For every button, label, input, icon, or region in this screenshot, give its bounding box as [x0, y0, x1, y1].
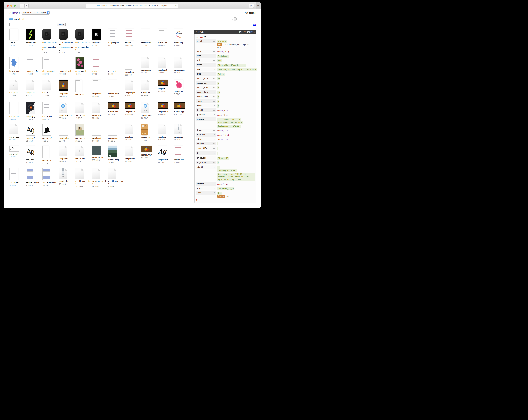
- file-name[interactable]: sample.swf: [158, 136, 173, 138]
- file-item[interactable]: htaccess.txt211.00B: [141, 29, 158, 47]
- inspector-row[interactable]: hdiutil=>: [196, 142, 255, 146]
- file-item[interactable]: sample.xml4.44kB: [174, 145, 191, 164]
- file-name[interactable]: sample.xml: [174, 159, 189, 161]
- file-item[interactable]: sample.ra27.76kB: [125, 124, 141, 141]
- inspector-row[interactable]: passed_total=>73: [196, 90, 255, 95]
- file-thumbnail[interactable]: ♪: [10, 80, 18, 90]
- file-name[interactable]: sample.ai.ps: [174, 69, 189, 71]
- file-item[interactable]: sample.flv296.22kB: [158, 80, 174, 93]
- file-name[interactable]: favicon.ico: [92, 42, 107, 44]
- file-thumbnail[interactable]: [59, 57, 68, 69]
- inspector-row[interactable]: profile=>array(1▶): [196, 182, 255, 186]
- file-thumbnail[interactable]: [108, 57, 117, 69]
- file-name[interactable]: us_ski_areas_.shx: [108, 180, 123, 185]
- file-thumbnail[interactable]: [42, 80, 51, 90]
- file-item[interactable]: sample.amr3.97kB: [26, 80, 42, 96]
- file-item[interactable]: sample.voc32.00kB: [59, 145, 75, 163]
- file-thumbnail[interactable]: ♪: [141, 80, 149, 90]
- file-item[interactable]: placemark.gfs552.00B: [26, 57, 42, 75]
- back-button[interactable]: ‹: [20, 4, 24, 8]
- new-tab-button[interactable]: +: [255, 2, 261, 10]
- forward-button[interactable]: ›: [24, 4, 29, 8]
- file-name[interactable]: sample.rar: [141, 137, 156, 139]
- file-item[interactable]: sample.jpg35.63kB: [26, 102, 42, 120]
- file-thumbnail[interactable]: [26, 57, 35, 69]
- file-item[interactable]: Bapple-touch-icon-72-precomposed.png3.09…: [75, 29, 92, 53]
- file-name[interactable]: sample.woff: [158, 159, 173, 161]
- file-item[interactable]: sample.swf294.43kB: [158, 124, 174, 141]
- file-item[interactable]: sample.epub2.39kB: [125, 80, 141, 96]
- file-item[interactable]: placemark.gml606.00B: [42, 57, 59, 75]
- inspector-row[interactable]: details=>array(5▶): [196, 108, 255, 113]
- file-thumbnail[interactable]: [42, 168, 51, 180]
- collapse-caret-icon[interactable]: ▼: [206, 36, 208, 38]
- file-item[interactable]: progressive.jpg43.83kB: [75, 57, 92, 75]
- file-thumbnail[interactable]: MP3: [59, 102, 67, 113]
- file-thumbnail[interactable]: [125, 80, 133, 90]
- inspector-row[interactable]: passed_file=>73: [196, 77, 255, 81]
- file-thumbnail[interactable]: [42, 145, 49, 158]
- file-item[interactable]: MP3sample.mp353.91kB: [141, 102, 158, 119]
- file-item[interactable]: sample.phps28.00B: [59, 124, 75, 142]
- file-name[interactable]: us_ski_areas_.shp: [92, 180, 107, 185]
- file-name[interactable]: humans.txt: [158, 42, 173, 44]
- file-thumbnail[interactable]: [158, 29, 167, 40]
- inspector-row[interactable]: df_volume=>/: [196, 161, 255, 165]
- file-item[interactable]: geojson.json801.00B: [108, 29, 125, 47]
- file-name[interactable]: rss.xml.rss: [125, 71, 140, 73]
- file-item[interactable]: Sample TitleSample Subtitlesample.ppt47.…: [92, 124, 108, 142]
- file-thumbnail[interactable]: [108, 29, 117, 40]
- file-item[interactable]: us_ski_areas_.shx5.44kB: [108, 168, 125, 188]
- file-name[interactable]: sample.ttf: [26, 159, 41, 161]
- file-name[interactable]: sample.aiff: [10, 91, 24, 94]
- file-name[interactable]: apple-touch-icon-72-precomposed.png: [75, 41, 90, 51]
- file-name[interactable]: image.svg: [174, 42, 189, 44]
- file-item[interactable]: sample.wmv541.31kB: [141, 145, 158, 159]
- file-name[interactable]: sample.txt: [42, 159, 57, 162]
- file-name[interactable]: placemark.gml: [42, 70, 57, 72]
- file-name[interactable]: robots.txt: [108, 70, 123, 72]
- file-item[interactable]: sample.pdf4.86kB: [42, 124, 59, 142]
- file-item[interactable]: sample.ai.ps59.88kB: [174, 57, 191, 74]
- file-name[interactable]: sample.tar: [174, 136, 189, 138]
- file-name[interactable]: sample.wma: [125, 157, 140, 160]
- file-name[interactable]: sample.mka: [92, 114, 107, 117]
- file-thumbnail[interactable]: [158, 102, 168, 109]
- file-thumbnail[interactable]: [10, 57, 18, 69]
- expand-caret-icon[interactable]: ▶: [226, 183, 227, 185]
- expand-caret-icon[interactable]: ▶: [226, 130, 227, 132]
- file-item[interactable]: sample.mp4374.64kB: [158, 102, 174, 115]
- app-icon-thumbnail[interactable]: B: [42, 29, 51, 40]
- file-item[interactable]: ♪sample.flac66.84kB: [141, 80, 158, 96]
- file-item[interactable]: Bapple-touch-icon-57-precomposed.png2.21…: [59, 29, 75, 53]
- file-thumbnail[interactable]: [125, 57, 132, 70]
- database-select[interactable]: 2019-05-18_02-18-22.sqlite3: [22, 11, 49, 14]
- file-thumbnail[interactable]: [141, 145, 152, 152]
- file-item[interactable]: Agsample.woff25.22kB: [158, 145, 174, 164]
- file-thumbnail[interactable]: [26, 80, 34, 90]
- query-button[interactable]: query: [57, 23, 66, 26]
- home-icon[interactable]: ⌂: [10, 11, 11, 14]
- file-item[interactable]: sample.aac32.91kB: [141, 57, 158, 74]
- file-thumbnail[interactable]: [10, 29, 18, 40]
- file-item[interactable]: sample.mpg656.00kB: [174, 102, 191, 115]
- file-item[interactable]: har.json144.51kB: [125, 29, 141, 47]
- file-name[interactable]: sample.dat: [75, 94, 90, 96]
- inspector-row[interactable]: Type=>dirfunctiondir: [196, 191, 255, 198]
- file-name[interactable]: sample.flac: [141, 91, 156, 94]
- file-name[interactable]: sample.docx: [108, 93, 123, 95]
- expand-caret-icon[interactable]: ▶: [227, 134, 228, 136]
- file-thumbnail[interactable]: [10, 168, 18, 180]
- file-name[interactable]: reset.css: [92, 70, 107, 72]
- file-thumbnail[interactable]: [92, 80, 101, 91]
- file-name[interactable]: sample.aac: [141, 69, 156, 71]
- file-item[interactable]: sample.au73.22kB: [42, 80, 59, 96]
- inspector-row[interactable]: uid=>504: [196, 59, 255, 63]
- inspector-row[interactable]: nodescended=>0: [196, 95, 255, 99]
- file-thumbnail[interactable]: ♪: [75, 145, 84, 156]
- file-name[interactable]: sample.ra: [125, 136, 140, 138]
- inspector-row[interactable]: bpath=>/private/tmp/663_sample_files.bun…: [196, 68, 255, 72]
- inspector-row[interactable]: df=>: [196, 151, 255, 156]
- file-thumbnail[interactable]: [125, 124, 133, 134]
- file-name[interactable]: sample.flv: [158, 88, 173, 90]
